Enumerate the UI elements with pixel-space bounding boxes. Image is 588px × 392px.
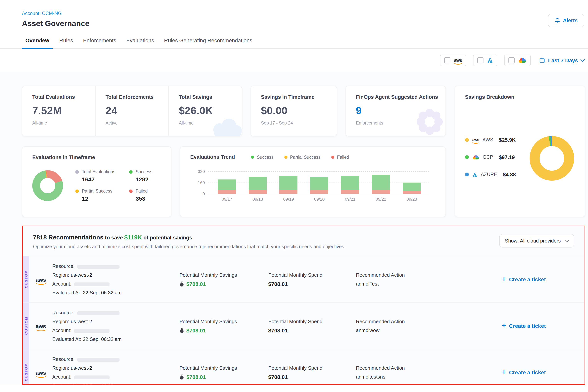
stat-subtitle: Sep 17 - Sep 24 xyxy=(261,121,337,125)
main-content: Total Evaluations 7.52M All-time Total E… xyxy=(0,72,588,385)
legend-dot xyxy=(284,156,288,158)
calendar-icon xyxy=(539,58,545,63)
recommendations-title: 7818 Recommendations to save $119K of po… xyxy=(33,234,346,241)
plus-icon: + xyxy=(502,276,506,282)
stat-value: $0.00 xyxy=(261,105,337,117)
create-ticket-button[interactable]: + Create a ticket xyxy=(502,276,546,282)
redacted-resource-value xyxy=(78,264,120,268)
azure-icon xyxy=(472,172,477,177)
create-ticket-button[interactable]: + Create a ticket xyxy=(502,369,546,376)
filter-provider-aws[interactable]: aws xyxy=(440,54,466,66)
alerts-button[interactable]: Alerts xyxy=(548,14,584,27)
legend-dot xyxy=(465,172,469,176)
recommendation-details: Resource: Region:us-west-2 Account: Eval… xyxy=(52,355,180,385)
bell-icon xyxy=(554,18,560,24)
stat-subtitle: All-time xyxy=(179,121,242,125)
tab-rules[interactable]: Rules xyxy=(56,34,77,48)
recommendation-row: CUSTOM aws Resource: Region:us-west-2 Ac… xyxy=(23,349,584,385)
stat-savings-in-timeframe: Savings in Timeframe $0.00 Sep 17 - Sep … xyxy=(250,86,337,136)
aws-checkbox[interactable] xyxy=(444,57,450,64)
stat-value: 9 xyxy=(356,105,446,117)
tab-overview[interactable]: Overview xyxy=(22,34,53,49)
annotation-red-box: 7818 Recommendations to save $119K of po… xyxy=(22,226,585,385)
trend-bar-09/19: 09/19 xyxy=(280,172,298,194)
stat-title: Savings in Timeframe xyxy=(261,94,337,100)
filter-provider-azure[interactable] xyxy=(473,54,497,66)
gcp-icon xyxy=(518,57,526,64)
savings-breakdown-donut xyxy=(530,136,574,181)
legend-dot xyxy=(129,189,132,193)
trend-bar-09/18: 09/18 xyxy=(249,172,267,194)
trend-bar-09/20: 09/20 xyxy=(310,172,328,194)
stat-subtitle: All-time xyxy=(32,121,95,125)
trend-bar-09/21: 09/21 xyxy=(341,172,359,194)
plus-icon: + xyxy=(502,322,506,329)
legend-failed: Failed xyxy=(331,155,349,159)
cloud-provider-filter-dropdown[interactable]: Show: All cloud providers xyxy=(499,234,574,248)
trend-bar-09/17: 09/17 xyxy=(218,172,236,194)
create-ticket-button[interactable]: + Create a ticket xyxy=(502,323,546,329)
account-breadcrumb[interactable]: Account: CCM-NG xyxy=(22,11,89,16)
evaluations-in-timeframe-card: Evaluations in Timeframe Total Evaluatio… xyxy=(22,146,172,217)
chevron-down-icon xyxy=(565,238,569,242)
legend-partial-success: Partial Success xyxy=(284,155,321,159)
legend-total-evaluations: Total Evaluations 1647 xyxy=(75,170,115,182)
aws-icon: aws xyxy=(454,58,462,63)
redacted-resource-value xyxy=(78,358,120,362)
legend-failed: Failed 353 xyxy=(129,189,152,202)
plus-icon: + xyxy=(502,368,506,376)
y-tick: 160 xyxy=(192,180,205,185)
recommendations-subtitle: Optimize your cloud assets and minimize … xyxy=(33,244,346,250)
date-range-picker[interactable]: Last 7 Days xyxy=(539,57,584,64)
tab-bar: Overview Rules Enforcements Evaluations … xyxy=(0,34,588,49)
stat-subtitle: Enforcements xyxy=(356,121,446,125)
card-title: Evaluations in Timeframe xyxy=(32,154,161,160)
stat-title: Total Savings xyxy=(179,94,242,100)
evaluations-trend-chart: 320 160 0 09/1709/1809/1909/2009/2109/22… xyxy=(208,172,429,194)
potential-monthly-spend: Potential Monthly Spend $708.01 xyxy=(268,272,356,287)
legend-success: Success xyxy=(251,155,274,159)
stat-title: Total Enforcements xyxy=(106,94,168,100)
evaluations-trend-card: Evaluations Trend Success Partial Succes… xyxy=(180,146,446,217)
azure-icon xyxy=(487,57,493,64)
cloud-coin-watermark-icon xyxy=(209,117,242,136)
legend-partial-success: Partial Success 12 xyxy=(75,189,115,202)
tab-evaluations[interactable]: Evaluations xyxy=(123,34,158,48)
trend-bar-09/22: 09/22 xyxy=(372,172,390,194)
recommended-action: Recommended Action anmoltestsns xyxy=(356,365,502,380)
legend-dot xyxy=(465,155,469,159)
alerts-label: Alerts xyxy=(563,18,578,24)
custom-tag: CUSTOM xyxy=(23,303,29,349)
aws-icon: aws xyxy=(36,370,46,375)
legend-dot xyxy=(75,170,79,174)
money-bag-icon xyxy=(180,374,184,380)
potential-monthly-savings: Potential Monthly Savings $708.01 xyxy=(180,272,268,287)
potential-monthly-spend: Potential Monthly Spend $708.01 xyxy=(268,318,356,334)
redacted-account-value xyxy=(74,375,110,379)
gcp-icon xyxy=(472,155,479,160)
recommendations-card: 7818 Recommendations to save $119K of po… xyxy=(23,227,584,385)
trend-legend: Success Partial Success Failed xyxy=(251,155,349,159)
azure-checkbox[interactable] xyxy=(477,57,484,64)
recommendation-row: CUSTOM aws Resource: Region:us-west-2 Ac… xyxy=(23,256,584,302)
gcp-checkbox[interactable] xyxy=(508,57,514,64)
recommended-action: Recommended Action anmolwow xyxy=(356,318,502,333)
stat-value: $26.0K xyxy=(179,105,242,117)
page-title: Asset Governance xyxy=(22,19,89,28)
tab-rules-generating-recommendations[interactable]: Rules Generating Recommendations xyxy=(161,34,256,48)
date-range-label: Last 7 Days xyxy=(548,57,578,64)
tab-enforcements[interactable]: Enforcements xyxy=(80,34,120,48)
aws-icon: aws xyxy=(472,138,479,142)
recommendation-details: Resource: Region:us-west-2 Account: Eval… xyxy=(52,262,180,297)
redacted-resource-value xyxy=(78,311,120,315)
stat-finops-suggested-actions: FinOps Agent Suggested Actions 9 Enforce… xyxy=(346,86,446,136)
legend-success: Success 1282 xyxy=(129,170,152,182)
recommendation-row: CUSTOM aws Resource: Region:us-west-2 Ac… xyxy=(23,302,584,349)
stat-total-enforcements: Total Enforcements 24 Active xyxy=(95,86,168,136)
page-header: Account: CCM-NG Asset Governance Alerts xyxy=(0,0,588,28)
stat-value: 7.52M xyxy=(32,105,95,117)
custom-tag: CUSTOM xyxy=(23,256,29,302)
stats-summary-card: Total Evaluations 7.52M All-time Total E… xyxy=(22,86,242,136)
filter-provider-gcp[interactable] xyxy=(504,54,531,66)
chevron-down-icon xyxy=(580,58,585,62)
